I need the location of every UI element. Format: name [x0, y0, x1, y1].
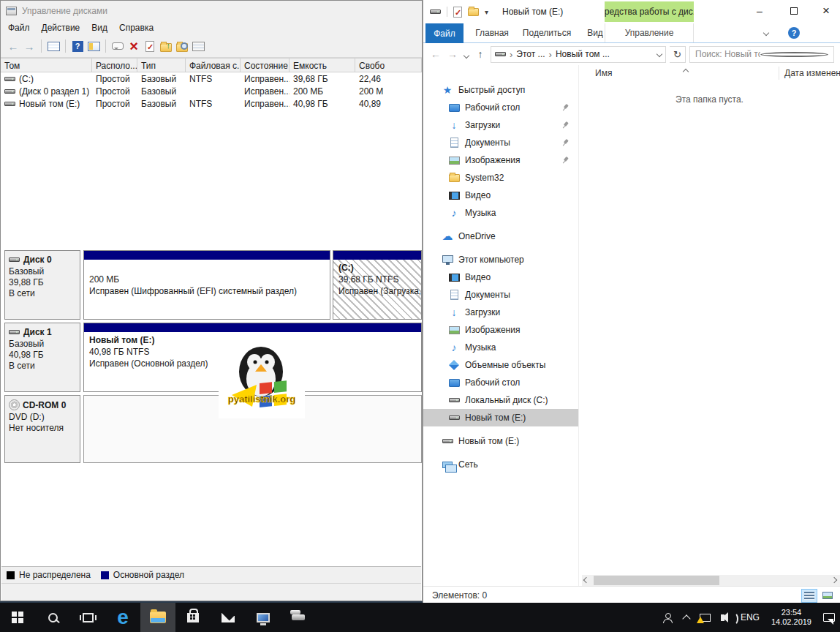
column-name[interactable]: Имя: [595, 68, 612, 78]
scrollbar-thumb[interactable]: [594, 576, 719, 585]
refresh-icon[interactable]: ↻: [670, 46, 686, 63]
nav-onedrive[interactable]: OneDrive: [423, 227, 578, 245]
horizontal-scrollbar[interactable]: [582, 575, 840, 586]
nav-music[interactable]: Музыка: [423, 339, 578, 356]
open-parent-folder-icon[interactable]: [158, 38, 174, 54]
scroll-right-icon[interactable]: [831, 577, 837, 583]
taskbar-search-button[interactable]: [35, 603, 70, 632]
nav-videos[interactable]: Видео: [423, 187, 578, 204]
nav-downloads[interactable]: Загрузки: [423, 304, 578, 321]
address-dropdown-icon[interactable]: [657, 51, 662, 57]
console-window-icon[interactable]: [86, 38, 102, 54]
column-status[interactable]: Состояние: [241, 59, 290, 72]
store-button[interactable]: [175, 603, 211, 632]
nav-new-volume-e-selected[interactable]: Новый том (E:): [423, 409, 578, 426]
nav-local-disk-c[interactable]: Локальный диск (C:): [423, 391, 578, 409]
thumbnails-view-button[interactable]: [820, 589, 836, 603]
properties-icon[interactable]: [453, 7, 462, 18]
nav-videos[interactable]: Видео: [423, 268, 578, 286]
column-volume[interactable]: Том: [1, 59, 92, 72]
nav-documents[interactable]: Документы: [423, 134, 578, 151]
network-button[interactable]: [695, 603, 716, 632]
explorer-titlebar[interactable]: ▾ Новый том (E:) Средства работы с дис..…: [423, 0, 840, 23]
nav-system32[interactable]: System32: [423, 169, 578, 187]
menu-help[interactable]: Справка: [113, 21, 159, 34]
nav-network[interactable]: Сеть: [423, 456, 578, 473]
breadcrumb-new-volume[interactable]: Новый том ...: [556, 49, 610, 59]
disk-1-label[interactable]: Диск 1 Базовый 40,98 ГБ В сети: [4, 323, 80, 392]
edge-button[interactable]: [105, 603, 140, 632]
scroll-left-icon[interactable]: [583, 577, 589, 583]
tray-overflow-button[interactable]: [678, 603, 695, 632]
forward-icon[interactable]: →: [446, 48, 459, 60]
back-icon[interactable]: ←: [429, 48, 442, 60]
disk-management-titlebar[interactable]: Управление дисками: [1, 1, 422, 20]
help-icon[interactable]: [69, 38, 86, 54]
search-input[interactable]: Поиск: Новый том (E:): [689, 46, 834, 63]
nav-desktop[interactable]: Рабочий стол: [423, 99, 578, 116]
people-button[interactable]: [658, 603, 678, 632]
nav-new-volume-e[interactable]: Новый том (E:): [423, 432, 578, 450]
show-console-tree-icon[interactable]: [45, 38, 61, 54]
details-view-button[interactable]: [801, 589, 817, 603]
nav-3d-objects[interactable]: Объемные объекты: [423, 356, 578, 374]
disk-management-button[interactable]: [281, 603, 316, 632]
nav-this-pc[interactable]: Этот компьютер: [423, 251, 578, 268]
table-row[interactable]: Новый том (E:) Простой Базовый NTFS Испр…: [1, 97, 422, 110]
task-view-button[interactable]: [70, 603, 105, 632]
forward-icon[interactable]: [21, 38, 37, 54]
tab-file[interactable]: Файл: [425, 23, 463, 43]
explorer-button[interactable]: [140, 603, 175, 632]
search-icon[interactable]: [760, 52, 828, 57]
tab-share[interactable]: Поделиться: [520, 23, 574, 42]
drive-tools-contextual-tab[interactable]: Средства работы с дис...: [605, 1, 694, 22]
menu-file[interactable]: Файл: [2, 21, 36, 34]
help-icon[interactable]: ?: [788, 27, 800, 39]
find-folder-icon[interactable]: [174, 38, 190, 54]
column-layout[interactable]: Располо...: [92, 59, 137, 72]
collapse-ribbon-icon[interactable]: [763, 30, 769, 36]
partition-c[interactable]: (C:) 39,68 ГБ NTFS Исправен (Загрузка,: [333, 250, 422, 320]
nav-pictures[interactable]: Изображения: [423, 321, 578, 339]
customize-qat-icon[interactable]: ▾: [485, 8, 488, 16]
check-document-icon[interactable]: [142, 38, 158, 54]
action-center-button[interactable]: [818, 603, 840, 632]
column-capacity[interactable]: Емкость: [290, 59, 355, 72]
breadcrumb-this-pc[interactable]: Этот ...: [516, 49, 545, 59]
close-button[interactable]: ×: [811, 0, 840, 22]
cdrom-label[interactable]: CD-ROM 0 DVD (D:) Нет носителя: [4, 395, 80, 463]
menu-view[interactable]: Вид: [86, 21, 113, 34]
partition-efi[interactable]: 200 МБ Исправен (Шифрованный (EFI) систе…: [83, 250, 330, 320]
computer-management-button[interactable]: [246, 603, 281, 632]
nav-downloads[interactable]: Загрузки: [423, 116, 578, 134]
address-bar[interactable]: › Этот ... › Новый том ...: [491, 46, 666, 63]
menu-action[interactable]: Действие: [36, 21, 86, 34]
mail-button[interactable]: [211, 603, 246, 632]
volume-button[interactable]: [716, 603, 735, 632]
column-free[interactable]: Свобо: [355, 59, 422, 72]
clock[interactable]: 23:54 14.02.2019: [765, 608, 818, 627]
back-icon[interactable]: [5, 38, 21, 54]
recent-locations-icon[interactable]: [463, 48, 470, 60]
properties-icon[interactable]: [190, 38, 206, 54]
maximize-button[interactable]: [777, 0, 811, 22]
new-folder-icon[interactable]: [468, 8, 479, 16]
nav-pictures[interactable]: Изображения: [423, 151, 578, 169]
tab-home[interactable]: Главная: [469, 23, 515, 42]
column-date-modified[interactable]: Дата изменени: [784, 68, 840, 78]
tooltip-icon[interactable]: [110, 38, 126, 54]
language-indicator[interactable]: ENG: [735, 603, 765, 632]
nav-music[interactable]: Музыка: [423, 204, 578, 222]
delete-volume-icon[interactable]: [126, 38, 142, 54]
nav-quick-access[interactable]: Быстрый доступ: [423, 81, 578, 99]
column-type[interactable]: Тип: [137, 59, 186, 72]
table-row[interactable]: (Диск 0 раздел 1) Простой Базовый Исправ…: [1, 85, 422, 97]
table-row[interactable]: (C:) Простой Базовый NTFS Исправен... 39…: [1, 72, 422, 85]
nav-documents[interactable]: Документы: [423, 286, 578, 304]
tab-manage[interactable]: Управление: [605, 23, 694, 42]
column-filesystem[interactable]: Файловая с...: [186, 59, 241, 72]
minimize-button[interactable]: –: [743, 0, 776, 22]
column-divider[interactable]: [779, 67, 779, 80]
nav-desktop[interactable]: Рабочий стол: [423, 374, 578, 391]
up-icon[interactable]: ↑: [474, 48, 487, 60]
